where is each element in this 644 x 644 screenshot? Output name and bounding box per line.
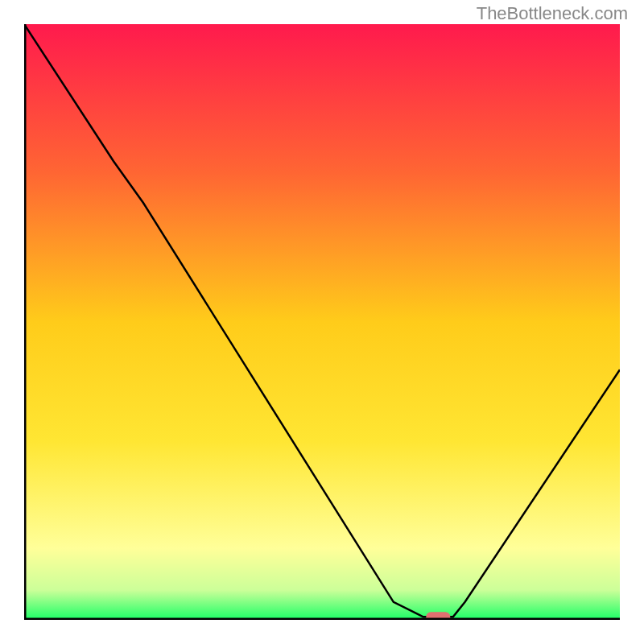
watermark-text: TheBottleneck.com bbox=[477, 3, 628, 24]
gradient-background bbox=[24, 24, 620, 620]
plot-area bbox=[24, 24, 620, 620]
chart-container: TheBottleneck.com bbox=[0, 0, 644, 644]
chart-svg bbox=[24, 24, 620, 620]
